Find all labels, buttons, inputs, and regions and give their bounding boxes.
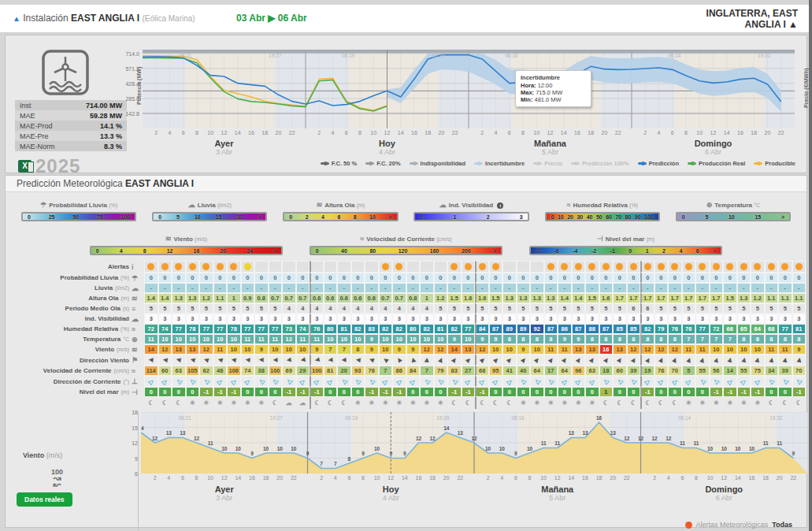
cell-dirviento[interactable]: ▶ xyxy=(627,355,641,366)
cell-alertas[interactable] xyxy=(751,261,765,273)
alert-icon[interactable] xyxy=(561,263,568,270)
cell-dircorr[interactable]: ▷ xyxy=(392,376,406,387)
cell-lluvia[interactable]: - xyxy=(337,283,351,293)
cell-temp[interactable]: 7 xyxy=(723,334,737,344)
cell-prob[interactable]: 0 xyxy=(392,273,406,283)
cell-altura[interactable]: 0.6 xyxy=(310,293,324,303)
cell-temp[interactable]: 9 xyxy=(572,334,586,344)
cell-humedad[interactable]: 81 xyxy=(792,324,806,334)
cell-periodo[interactable]: 5 xyxy=(778,303,792,314)
cell-viento[interactable]: 13 xyxy=(572,344,586,355)
cell-dircorr[interactable]: ▷ xyxy=(324,376,338,387)
cell-alertas[interactable] xyxy=(627,261,641,273)
cell-viento[interactable]: 12 xyxy=(654,344,669,355)
cell-dircorr[interactable]: ▷ xyxy=(613,376,627,387)
alert-icon[interactable] xyxy=(603,263,610,270)
cell-prob[interactable]: 0 xyxy=(668,273,682,283)
cell-viento[interactable]: 10 xyxy=(737,344,751,355)
cell-nivel[interactable]: 0 xyxy=(269,387,283,397)
installation-title[interactable]: ▲ Instalación EAST ANGLIA I (Eólica Mari… xyxy=(13,13,195,24)
cell-altura[interactable]: 0.7 xyxy=(296,293,310,303)
cell-dirviento[interactable]: ▶ xyxy=(640,355,654,366)
cell-nivel[interactable]: -1 xyxy=(447,387,462,397)
cell-lluvia[interactable]: - xyxy=(282,283,296,293)
cell-alertas[interactable] xyxy=(572,261,586,273)
cell-temp[interactable]: 10 xyxy=(324,334,338,344)
cell-alertas[interactable] xyxy=(695,261,710,273)
cell-dirviento[interactable]: ▶ xyxy=(585,355,599,366)
cell-periodo[interactable]: 5 xyxy=(682,303,696,314)
cell-viento[interactable]: 12 xyxy=(668,344,682,355)
cell-altura[interactable]: 1.1 xyxy=(213,293,228,303)
cell-periodo[interactable]: 4 xyxy=(310,303,324,314)
cell-velcorr[interactable]: 106 xyxy=(227,366,241,376)
cell-velcorr[interactable]: 114 xyxy=(144,366,158,376)
cell-dircorr[interactable]: ▷ xyxy=(640,376,654,387)
cell-altura[interactable]: 1.5 xyxy=(489,293,503,303)
cell-altura[interactable]: 1.7 xyxy=(613,293,627,303)
cell-velcorr[interactable]: 5 xyxy=(682,366,696,376)
cell-prob[interactable]: 0 xyxy=(792,273,806,283)
cell-alertas[interactable] xyxy=(324,261,338,273)
cell-dircorr[interactable]: ▷ xyxy=(599,376,614,387)
cell-periodo[interactable]: 4 xyxy=(420,303,434,314)
cell-altura[interactable]: 1.3 xyxy=(502,293,517,303)
cell-prob[interactable]: 0 xyxy=(269,273,283,283)
cell-viento[interactable]: 10 xyxy=(502,344,517,355)
cell-sky[interactable]: ☾ xyxy=(447,397,462,409)
cell-vis[interactable]: 3 xyxy=(379,314,393,324)
alert-icon[interactable] xyxy=(658,263,665,270)
cell-humedad[interactable]: 78 xyxy=(227,324,241,334)
cell-viento[interactable]: 9 xyxy=(310,344,324,355)
cell-dirviento[interactable]: ▶ xyxy=(172,355,186,366)
cell-dirviento[interactable]: ▶ xyxy=(351,355,365,366)
cell-temp[interactable]: 10 xyxy=(351,334,365,344)
cell-humedad[interactable]: 74 xyxy=(296,324,310,334)
cell-velcorr[interactable]: 38 xyxy=(254,366,269,376)
cell-vis[interactable]: 3 xyxy=(530,314,544,324)
cell-prob[interactable]: 0 xyxy=(324,273,338,283)
cell-humedad[interactable]: 89 xyxy=(517,324,531,334)
cell-dirviento[interactable]: ▶ xyxy=(737,355,751,366)
alert-icon[interactable] xyxy=(671,263,678,270)
cell-viento[interactable]: 10 xyxy=(530,344,544,355)
cell-alertas[interactable] xyxy=(406,261,421,273)
alert-icon[interactable] xyxy=(575,263,582,270)
cell-viento[interactable]: 9 xyxy=(517,344,531,355)
cell-viento[interactable]: 12 xyxy=(434,344,448,355)
cell-nivel[interactable]: 0 xyxy=(144,387,158,397)
cell-vis[interactable]: 3 xyxy=(365,314,379,324)
cell-prob[interactable]: 0 xyxy=(517,273,531,283)
cell-viento[interactable]: 12 xyxy=(627,344,641,355)
cell-sky[interactable]: ☁ xyxy=(282,397,296,409)
cell-dirviento[interactable]: ▶ xyxy=(695,355,710,366)
cell-prob[interactable]: 0 xyxy=(640,273,654,283)
cell-nivel[interactable]: -1 xyxy=(296,387,310,397)
cell-dircorr[interactable]: ▷ xyxy=(517,376,531,387)
cell-dircorr[interactable]: ▷ xyxy=(254,376,269,387)
cell-lluvia[interactable]: - xyxy=(254,283,269,293)
cell-lluvia[interactable]: - xyxy=(627,283,641,293)
cell-humedad[interactable]: 79 xyxy=(654,324,669,334)
cell-altura[interactable]: 1.6 xyxy=(475,293,489,303)
cell-vis[interactable]: 3 xyxy=(310,314,324,324)
cell-alertas[interactable] xyxy=(765,261,779,273)
cell-alertas[interactable] xyxy=(254,261,269,273)
cell-temp[interactable]: 8 xyxy=(737,334,751,344)
cell-altura[interactable]: 0.7 xyxy=(392,293,406,303)
cell-temp[interactable]: 8 xyxy=(640,334,654,344)
cell-alertas[interactable] xyxy=(296,261,310,273)
cell-viento[interactable]: 11 xyxy=(778,344,792,355)
alert-icon[interactable] xyxy=(161,263,169,270)
cell-sky[interactable]: ☁ xyxy=(296,397,310,409)
cell-prob[interactable]: 0 xyxy=(172,273,186,283)
cell-nivel[interactable]: 0 xyxy=(254,387,269,397)
cell-temp[interactable]: 10 xyxy=(420,334,434,344)
alert-icon[interactable] xyxy=(644,263,651,270)
cell-velcorr[interactable]: 7 xyxy=(379,366,393,376)
cell-velcorr[interactable]: 17 xyxy=(544,366,558,376)
cell-sky[interactable]: ☀ xyxy=(186,397,200,409)
cell-velcorr[interactable]: 18 xyxy=(599,366,614,376)
cell-lluvia[interactable]: - xyxy=(599,283,614,293)
cell-prob[interactable]: 0 xyxy=(723,273,737,283)
